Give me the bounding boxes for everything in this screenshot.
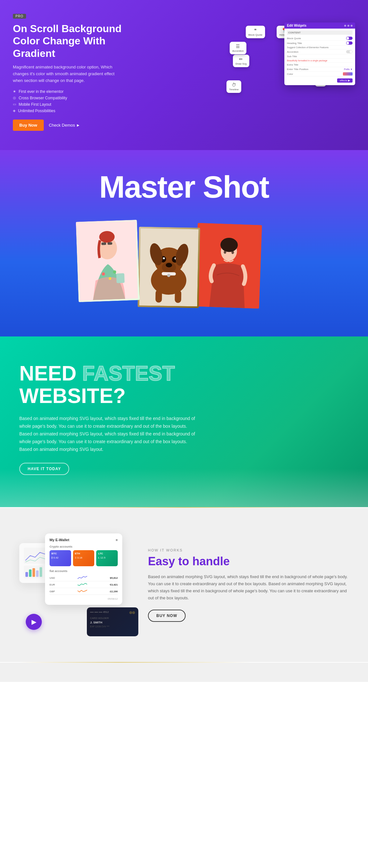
svg-rect-36 xyxy=(32,568,35,577)
sparkline-gbp xyxy=(78,589,87,594)
svg-rect-38 xyxy=(39,567,42,577)
widget-row-subtitle: Sub Title xyxy=(287,54,352,59)
float-icon-timeline: ⏱ Timeline xyxy=(226,80,241,93)
feature-item: Cross Browser Compatibility xyxy=(13,96,122,100)
feature-item: First ever in the elementor xyxy=(13,89,122,94)
widget-row-color: Color xyxy=(287,72,352,76)
widget-toggle-heading[interactable] xyxy=(346,41,352,45)
widget-panel-header: Edit Widgets xyxy=(284,23,355,29)
hero-text-block: On Scroll Background Color Change With G… xyxy=(13,23,122,131)
master-section: Master Shot xyxy=(0,150,368,337)
float-icon-blockquote: ❝ Block Quote xyxy=(246,26,265,38)
pro-badge: PRO xyxy=(13,14,26,19)
header-dot-2 xyxy=(347,25,349,27)
need-text: NEED xyxy=(19,362,77,385)
widget-row-heading: Heading Title xyxy=(287,41,352,45)
header-dot-1 xyxy=(344,25,346,27)
wallet-card-main: My E-Wallet ≡ Crypto accounts BTC ₿ 0.42… xyxy=(45,533,122,605)
need-fastest-section: NEED FASTEST WEBSITE? Based on animated … xyxy=(0,337,368,507)
feature-item: Mobile First Layout xyxy=(13,102,122,107)
crypto-card-eth: ETH Ξ 3.18 xyxy=(73,550,94,566)
check-demos-button[interactable]: Check Demos xyxy=(49,123,80,128)
header-dot-3 xyxy=(351,25,352,27)
fiat-row-usd: USD $5,812 xyxy=(50,575,118,581)
how-it-works-label: HOW IT WORKS xyxy=(148,548,349,552)
widget-panel-title: Edit Widgets xyxy=(287,24,306,27)
buy-now-button-2[interactable]: BUY NOW xyxy=(148,610,186,622)
easy-description: Based on animated morphing SVG layout, w… xyxy=(148,573,349,601)
master-image-2 xyxy=(138,226,200,308)
widget-toggle[interactable] xyxy=(346,37,352,40)
accordion-icon: ☰ xyxy=(232,44,244,49)
svg-rect-6 xyxy=(116,273,124,283)
hero-features-list: First ever in the elementor Cross Browse… xyxy=(13,89,122,113)
svg-rect-22 xyxy=(175,290,181,303)
easy-title: Easy to handle xyxy=(148,555,349,568)
wallet-card-title: My E-Wallet ≡ xyxy=(50,538,118,542)
hero-title: On Scroll Background Color Change With G… xyxy=(13,23,122,59)
float-icon-drawsvg: ✏ Draw Svg xyxy=(233,55,249,67)
hero-section: PRO On Scroll Background Color Change Wi… xyxy=(0,0,368,150)
section-fade xyxy=(0,469,368,507)
widget-panel: Edit Widgets Content Block Quote Heading… xyxy=(284,23,355,85)
fiat-row-gbp: GBP £2,190 xyxy=(50,588,118,595)
crypto-label: Crypto accounts xyxy=(50,545,118,548)
feature-item: Unlimited Possibilities xyxy=(13,108,122,113)
easy-content: HOW IT WORKS Easy to handle Based on ani… xyxy=(148,548,349,621)
easy-section: My E-Wallet ≡ Crypto accounts BTC ₿ 0.42… xyxy=(0,508,368,662)
widget-mockup: 📍 Hotspot T Heading ◕ Pie Chart ▦ Table … xyxy=(226,23,355,106)
widget-row-extra: Extra Title xyxy=(287,63,352,67)
draw-svg-icon: ✏ xyxy=(235,57,247,62)
widget-apply-btn[interactable]: effects ▶ xyxy=(337,79,352,83)
master-images xyxy=(13,221,355,311)
svg-rect-37 xyxy=(36,570,38,577)
svg-rect-5 xyxy=(108,242,112,245)
svg-rect-34 xyxy=(25,572,28,577)
color-swatch[interactable] xyxy=(343,72,352,75)
master-title: Master Shot xyxy=(13,169,355,205)
crypto-card-ltc: LTC Ł 12.5 xyxy=(96,550,118,566)
blockquote-icon: ❝ xyxy=(248,28,262,33)
widget-header-icons xyxy=(344,25,352,27)
svg-rect-4 xyxy=(101,242,106,245)
sparkline-eur xyxy=(78,582,87,587)
crypto-card-btc: BTC ₿ 0.42 xyxy=(50,550,71,566)
fiat-label: fiat accounts xyxy=(50,569,118,573)
master-image-1 xyxy=(76,219,140,302)
need-description: Based on animated morphing SVG layout, w… xyxy=(19,415,199,453)
widget-row-package: Beautifully formatted in a single packag… xyxy=(287,59,352,63)
wallet-mockup-container: My E-Wallet ≡ Crypto accounts BTC ₿ 0.42… xyxy=(19,533,129,636)
bar-chart-small xyxy=(24,566,43,579)
widget-row-position: Enter Title Position Prefix ▼ xyxy=(287,67,352,72)
crypto-cards: BTC ₿ 0.42 ETH Ξ 3.18 LTC Ł 12.5 xyxy=(50,550,118,566)
video-play-button[interactable]: ▶ xyxy=(26,614,42,630)
website-text: WEBSITE? xyxy=(19,385,349,407)
widget-row-accordion: Accordion xyxy=(287,50,352,54)
widget-section-content: Content xyxy=(287,31,352,35)
float-icon-accordion: ☰ Accordion xyxy=(230,42,247,54)
fastest-text: FASTEST xyxy=(82,362,175,385)
svg-rect-21 xyxy=(155,289,162,302)
widget-row-suggest: Suggest Collection of Elementor Features xyxy=(287,45,352,50)
fiat-row-eur: EUR €3,421 xyxy=(50,581,118,588)
hero-description: Magnificent animated background color op… xyxy=(13,64,122,84)
easy-title-text: Easy to handle xyxy=(148,555,230,568)
sparkline-usd xyxy=(78,576,87,580)
timeline-icon: ⏱ xyxy=(229,82,239,87)
buy-now-button[interactable]: Buy Now xyxy=(13,120,44,131)
bottom-space xyxy=(0,663,368,682)
widget-row-blockquote: Block Quote xyxy=(287,36,352,41)
master-image-3 xyxy=(195,223,262,309)
black-credit-card: •••• •••• •••• 4512 ◎◎ CARD HOLDER J. SM… xyxy=(87,608,138,636)
need-fastest-title: NEED FASTEST WEBSITE? xyxy=(19,362,349,407)
hero-buttons: Buy Now Check Demos xyxy=(13,120,122,131)
widget-toggle-accordion[interactable] xyxy=(346,50,352,53)
svg-rect-35 xyxy=(29,569,31,577)
